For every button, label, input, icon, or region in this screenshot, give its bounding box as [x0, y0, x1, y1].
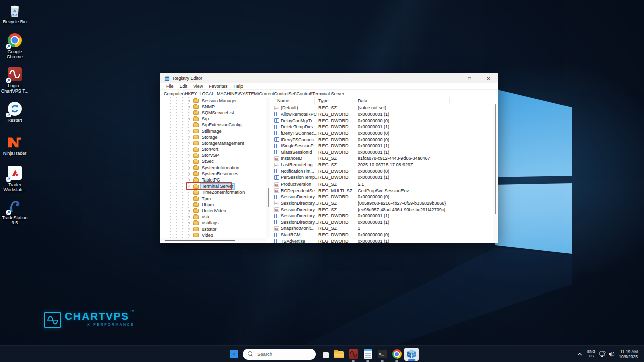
minimize-button[interactable]: – — [442, 73, 460, 83]
network-icon[interactable] — [598, 351, 607, 357]
chevron-right-icon[interactable]: › — [189, 221, 193, 225]
start-button[interactable] — [227, 348, 240, 361]
tree-item-usb[interactable]: ›usb — [160, 214, 266, 220]
tree-item-video[interactable]: ›Video — [160, 232, 266, 238]
chevron-right-icon[interactable]: › — [189, 166, 193, 170]
registry-value-row[interactable]: fDenyTSConnec...REG_DWORD0x00000000 (0) — [271, 136, 493, 143]
chevron-right-icon[interactable]: › — [189, 215, 193, 219]
registry-value-row[interactable]: SessionDirectory...REG_DWORD0x00000001 (… — [271, 219, 493, 226]
tree-item-snmp[interactable]: ›SNMP — [160, 104, 266, 110]
registry-value-row[interactable]: fDenyTSConnec...REG_DWORD0x00000000 (0) — [271, 130, 493, 137]
search-input[interactable]: Search — [243, 349, 316, 360]
registry-value-row[interactable]: abSessionDirectory...REG_SZ{ec98d957-48a… — [271, 206, 493, 213]
terminal-button[interactable]: >_ — [376, 348, 389, 361]
registry-value-row[interactable]: TSAdvertiseREG_DWORD0x00000001 (1) — [271, 238, 493, 243]
chevron-right-icon[interactable]: › — [189, 172, 193, 176]
chevron-right-icon[interactable]: › — [189, 135, 193, 140]
chevron-right-icon[interactable]: › — [189, 184, 193, 189]
registry-value-row[interactable]: NotificationTim...REG_DWORD0x00000000 (0… — [271, 168, 493, 174]
desktop-icon-restart[interactable]: Restart — [0, 101, 29, 123]
tree-item-unitedvideo[interactable]: ›UnitedVideo — [160, 208, 266, 214]
tree-item-srpextensionconfig[interactable]: SrpExtensionConfig — [160, 122, 266, 128]
tree-item-tabletpc[interactable]: ›TabletPC — [160, 177, 266, 183]
registry-editor-taskbar-button[interactable] — [404, 348, 419, 361]
chevron-right-icon[interactable]: › — [189, 227, 193, 232]
registry-value-row[interactable]: SessionDirectory...REG_DWORD0x00000000 (… — [271, 194, 493, 200]
chevron-right-icon[interactable]: › — [189, 209, 193, 213]
chevron-right-icon[interactable]: › — [189, 99, 193, 103]
registry-value-row[interactable]: abLastRemoteLog...REG_SZ2025-10-06T15:17… — [271, 162, 493, 168]
chevron-right-icon[interactable]: › — [189, 178, 193, 183]
column-header-type[interactable]: Type — [315, 97, 355, 104]
tree-item-systeminformation[interactable]: ›SystemInformation — [160, 165, 266, 171]
registry-value-row[interactable]: DelayConMgrTi...REG_DWORD0x00000000 (0) — [271, 117, 493, 124]
tree-vertical-scrollbar[interactable] — [266, 97, 270, 238]
column-header-name[interactable]: Name — [271, 97, 315, 104]
registry-value-row[interactable]: GlassSessionIdREG_DWORD0x00000001 (1) — [271, 149, 493, 155]
chevron-right-icon[interactable]: › — [189, 129, 193, 134]
file-explorer-button[interactable] — [332, 348, 345, 361]
registry-value-row[interactable]: AllowRemoteRPCREG_DWORD0x00000001 (1) — [271, 111, 493, 118]
clock[interactable]: 11:19 AM 10/6/2025 — [619, 349, 638, 359]
desktop-icon-ninjatrader[interactable]: NinjaTrader — [0, 134, 29, 156]
menu-view[interactable]: View — [190, 84, 206, 89]
hidden-icons-chevron[interactable] — [575, 353, 585, 356]
tree-horizontal-scrollbar[interactable] — [160, 238, 266, 242]
tree-item-stsec[interactable]: ›StSec — [160, 159, 266, 165]
menu-help[interactable]: Help — [230, 84, 246, 89]
menu-favorites[interactable]: Favorites — [206, 84, 230, 89]
chevron-right-icon[interactable]: › — [189, 141, 193, 146]
menu-file[interactable]: File — [163, 84, 177, 89]
tree-item-session-manager[interactable]: ›Session Manager — [160, 98, 266, 104]
chrome-button[interactable] — [390, 348, 404, 361]
registry-value-row[interactable]: SessionDirectory...REG_DWORD0x00000001 (… — [271, 213, 493, 219]
tree-item-terminal-server[interactable]: ›Terminal Server — [160, 184, 266, 190]
registry-value-row[interactable]: StartRCMREG_DWORD0x00000000 (0) — [271, 232, 493, 238]
chevron-right-icon[interactable]: › — [189, 233, 193, 238]
desktop-icon-login-chartvps[interactable]: Login - ChartVPS T... — [0, 66, 29, 94]
tree-item-timezoneinformation[interactable]: TimeZoneInformation — [160, 190, 266, 196]
tree-item-srp[interactable]: ›Srp — [160, 116, 266, 122]
menu-edit[interactable]: Edit — [177, 84, 191, 89]
chevron-right-icon[interactable]: › — [189, 105, 193, 109]
desktop-icon-trader-workstation[interactable]: Trader Workstati... — [0, 165, 29, 192]
tree-item-storage[interactable]: ›Storage — [160, 134, 266, 140]
tree-item-ubpm[interactable]: Ubpm — [160, 202, 266, 208]
tree-item-storvsp[interactable]: ›StorVSP — [160, 153, 266, 159]
tree-item-storport[interactable]: StorPort — [160, 147, 266, 153]
tree-item-usbflags[interactable]: ›usbflags — [160, 220, 266, 226]
maximize-button[interactable]: □ — [460, 73, 479, 83]
tree-item-stillimage[interactable]: ›StillImage — [160, 128, 266, 134]
registry-value-row[interactable]: PerSessionTemp...REG_DWORD0x00000001 (1) — [271, 174, 493, 181]
registry-tree-pane[interactable]: ›Session Manager›SNMPSQMServiceList›SrpS… — [160, 97, 271, 243]
chartvps-app-button[interactable] — [347, 348, 360, 361]
registry-value-row[interactable]: abProductVersionREG_SZ5.1 — [271, 181, 493, 188]
registry-value-row[interactable]: abSessionDirectory...REG_SZ{005a9c68-e21… — [271, 200, 493, 207]
desktop-icon-tradestation[interactable]: TradeStation 9.5 — [0, 198, 29, 225]
registry-value-row[interactable]: abRCDependentSe...REG_MULTI_SZCertPropSv… — [271, 187, 493, 194]
registry-value-row[interactable]: ab(Default)REG_SZ(value not set) — [271, 105, 493, 111]
tree-item-storagemanagement[interactable]: ›StorageManagement — [160, 140, 266, 146]
registry-value-row[interactable]: DeleteTempDirs...REG_DWORD0x00000001 (1) — [271, 124, 493, 130]
task-view-button[interactable] — [317, 348, 331, 361]
window-titlebar[interactable]: Registry Editor – □ ✕ — [160, 73, 498, 83]
volume-icon[interactable] — [607, 351, 616, 357]
list-vertical-scrollbar[interactable] — [493, 104, 497, 243]
tree-item-usbstor[interactable]: ›usbstor — [160, 226, 266, 232]
notepad-button[interactable] — [361, 348, 374, 361]
chevron-right-icon[interactable]: › — [189, 153, 193, 158]
chevron-right-icon[interactable]: › — [189, 117, 193, 121]
tree-item-systemresources[interactable]: ›SystemResources — [160, 171, 266, 177]
registry-value-row[interactable]: fSingleSessionP...REG_DWORD0x00000001 (1… — [271, 143, 493, 149]
tree-item-sqmservicelist[interactable]: SQMServiceList — [160, 110, 266, 116]
desktop-icon-recycle-bin[interactable]: Recycle Bin — [0, 2, 29, 24]
registry-values-pane[interactable]: Name Type Data ab(Default)REG_SZ(value n… — [271, 97, 498, 243]
address-bar[interactable]: Computer\HKEY_LOCAL_MACHINE\SYSTEM\Curre… — [160, 90, 498, 97]
close-button[interactable]: ✕ — [479, 73, 498, 83]
registry-value-row[interactable]: abInstanceIDREG_SZa1fca878-c912-4443-9d8… — [271, 155, 493, 162]
chevron-right-icon[interactable]: › — [189, 159, 193, 164]
desktop-icon-google-chrome[interactable]: Google Chrome — [0, 32, 29, 59]
column-header-data[interactable]: Data — [355, 97, 450, 104]
tree-item-tpm[interactable]: Tpm — [160, 196, 266, 202]
language-indicator[interactable]: ENG US — [585, 350, 598, 358]
